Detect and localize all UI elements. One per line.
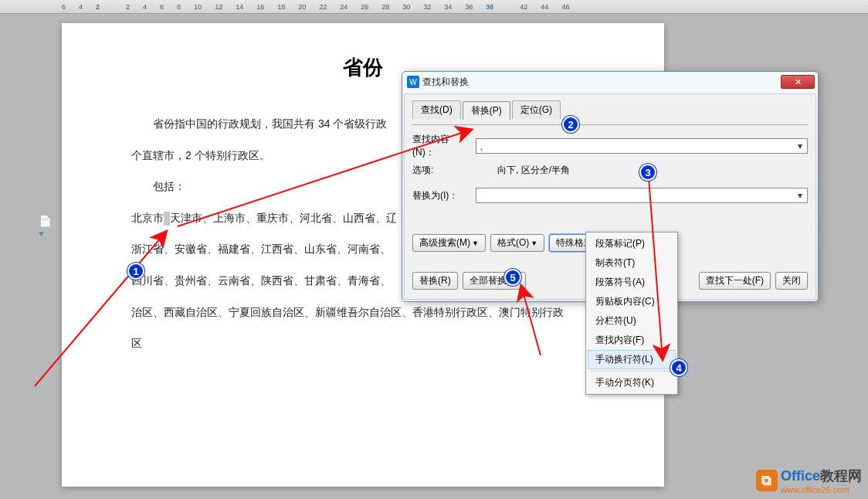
find-row: 查找内容(N)： 、 ▾ (412, 133, 808, 159)
replace-input[interactable]: ▾ (476, 188, 808, 203)
find-input[interactable]: 、 ▾ (476, 138, 808, 154)
options-label: 选项: (412, 164, 471, 177)
dialog-title: 查找和替换 (422, 76, 781, 89)
dropdown-caret-icon[interactable]: ▾ (795, 141, 805, 151)
replace-button[interactable]: 替换(R) (412, 272, 458, 290)
annotation-badge-5: 5 (504, 269, 521, 286)
watermark-url: www.office26.com (781, 485, 862, 494)
dropdown-caret-icon[interactable]: ▾ (795, 190, 805, 201)
find-input-value: 、 (480, 140, 489, 153)
find-next-button[interactable]: 查找下一处(F) (699, 272, 771, 290)
menu-item-paragraph-mark[interactable]: 段落标记(P) (588, 234, 676, 253)
advanced-search-button[interactable]: 高级搜索(M) ▼ (412, 234, 486, 252)
chevron-down-icon: ▼ (531, 239, 537, 247)
close-button[interactable]: 关闭 (775, 272, 808, 290)
doc-line-5[interactable]: 区 (131, 328, 595, 359)
replace-row: 替换为(I)： ▾ (412, 188, 808, 203)
watermark-brand: Office (781, 468, 820, 484)
watermark-logo-icon: ⧉ (756, 470, 778, 491)
horizontal-ruler: 6422468101214161820222426283032343638424… (0, 0, 868, 14)
menu-item-tab[interactable]: 制表符(T) (588, 253, 676, 273)
options-value: 向下, 区分全/半角 (497, 164, 570, 177)
special-format-menu: 段落标记(P) 制表符(T) 段落符号(A) 剪贴板内容(C) 分栏符(U) 查… (585, 232, 678, 395)
tab-goto[interactable]: 定位(G) (512, 100, 561, 119)
format-button[interactable]: 格式(O) ▼ (490, 234, 544, 252)
dialog-close-button[interactable]: ✕ (781, 75, 815, 89)
menu-item-column-break[interactable]: 分栏符(U) (588, 311, 676, 331)
close-icon: ✕ (795, 77, 802, 87)
find-label: 查找内容(N)： (412, 133, 471, 159)
text-before-selection: 北京市 (131, 212, 164, 224)
app-icon: W (407, 76, 419, 88)
menu-item-manual-page-break[interactable]: 手动分页符(K) (588, 373, 676, 392)
tab-find[interactable]: 查找(D) (412, 100, 461, 119)
dialog-tabs: 查找(D) 替换(P) 定位(G) (412, 100, 808, 119)
menu-item-find-content[interactable]: 查找内容(F) (588, 331, 676, 350)
text-after-selection: 天津市、上海市、重庆市、河北省、山西省、辽 (170, 212, 397, 224)
tab-replace[interactable]: 替换(P) (463, 101, 510, 120)
dialog-titlebar[interactable]: W 查找和替换 ✕ (402, 72, 818, 92)
chevron-down-icon: ▼ (472, 239, 479, 247)
watermark-suffix: 教程网 (820, 468, 862, 484)
menu-item-paragraph-symbol[interactable]: 段落符号(A) (588, 273, 676, 292)
options-row: 选项: 向下, 区分全/半角 (412, 164, 808, 177)
annotation-badge-4: 4 (670, 359, 687, 376)
watermark: ⧉ Office教程网 www.office26.com (756, 467, 862, 494)
menu-item-manual-line-break[interactable]: 手动换行符(L) (588, 350, 676, 369)
annotation-badge-1: 1 (127, 263, 144, 280)
replace-label: 替换为(I)： (412, 189, 471, 202)
annotation-badge-2: 2 (562, 116, 579, 133)
annotation-badge-3: 3 (639, 164, 656, 181)
menu-item-clipboard[interactable]: 剪贴板内容(C) (588, 292, 676, 311)
gutter-options-icon[interactable]: 📄▾ (39, 215, 54, 230)
text-selection[interactable] (164, 212, 170, 226)
menu-separator (591, 371, 673, 372)
